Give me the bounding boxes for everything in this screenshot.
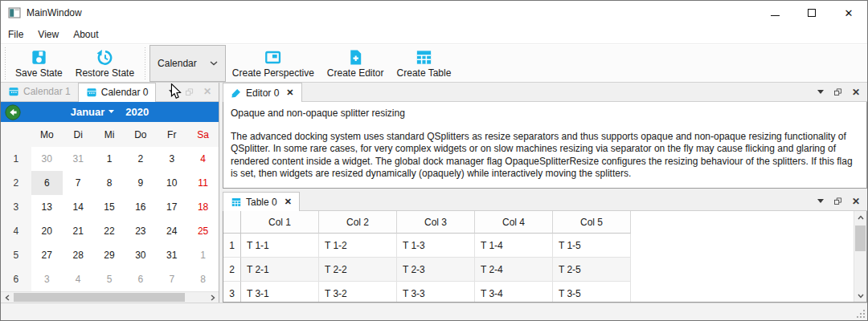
table-column-header[interactable]: Col 4 bbox=[475, 211, 553, 234]
calendar-day-cell[interactable]: 9 bbox=[125, 171, 156, 195]
scrollbar-thumb[interactable] bbox=[855, 226, 866, 251]
calendar-day-cell[interactable]: 21 bbox=[63, 219, 94, 243]
create-perspective-button[interactable]: Create Perspective bbox=[226, 45, 321, 82]
table-cell[interactable]: T 3-5 bbox=[553, 282, 631, 303]
calendar-hscrollbar[interactable] bbox=[1, 291, 219, 303]
table-cell[interactable]: T 3-3 bbox=[397, 282, 475, 303]
calendar-day-cell[interactable]: 17 bbox=[156, 195, 187, 219]
calendar-day-cell[interactable]: 6 bbox=[125, 267, 156, 291]
tab-calendar-1[interactable]: Calendar 1 bbox=[1, 83, 78, 101]
calendar-day-cell[interactable]: 27 bbox=[31, 243, 63, 267]
table-column-header[interactable]: Col 5 bbox=[553, 211, 631, 234]
calendar-day-cell[interactable]: 1 bbox=[187, 243, 219, 267]
calendar-day-cell[interactable]: 13 bbox=[31, 195, 63, 219]
table-cell[interactable]: T 2-3 bbox=[397, 258, 475, 282]
calendar-day-cell[interactable]: 29 bbox=[94, 243, 125, 267]
calendar-day-cell[interactable]: 7 bbox=[63, 171, 94, 195]
editor-content[interactable]: Opaque and non-opaque splitter resizing … bbox=[223, 102, 867, 189]
dock-close-button[interactable]: ✕ bbox=[852, 197, 860, 206]
table-column-header[interactable]: Col 1 bbox=[241, 211, 319, 234]
table-vscrollbar[interactable] bbox=[854, 211, 866, 302]
calendar-day-cell[interactable]: 30 bbox=[31, 147, 63, 171]
calendar-day-cell[interactable]: 24 bbox=[156, 219, 187, 243]
calendar-day-cell[interactable]: 3 bbox=[31, 267, 63, 291]
menu-file[interactable]: File bbox=[1, 25, 31, 43]
minimize-button[interactable] bbox=[756, 1, 793, 25]
calendar-day-cell[interactable]: 31 bbox=[156, 243, 187, 267]
save-state-button[interactable]: Save State bbox=[9, 45, 69, 82]
perspective-dropdown[interactable]: Calendar bbox=[149, 45, 226, 82]
calendar-day-cell[interactable]: 22 bbox=[94, 219, 125, 243]
dock-close-button[interactable]: ✕ bbox=[203, 87, 211, 96]
scroll-down-button[interactable] bbox=[854, 290, 866, 302]
tab-table-0[interactable]: Table 0 ✕ bbox=[223, 192, 300, 211]
calendar-year-button[interactable]: 2020 bbox=[125, 106, 149, 118]
dock-menu-button[interactable] bbox=[817, 199, 824, 203]
dock-float-button[interactable] bbox=[184, 87, 194, 97]
table-cell[interactable]: T 2-1 bbox=[241, 258, 319, 282]
menu-view[interactable]: View bbox=[31, 25, 66, 43]
calendar-day-cell[interactable]: 20 bbox=[31, 219, 63, 243]
scroll-left-button[interactable] bbox=[1, 292, 13, 303]
calendar-day-cell[interactable]: 10 bbox=[156, 171, 187, 195]
restore-state-button[interactable]: Restore State bbox=[69, 45, 141, 82]
menu-about[interactable]: About bbox=[66, 25, 105, 43]
table-column-header[interactable]: Col 2 bbox=[319, 211, 397, 234]
calendar-prev-month-button[interactable] bbox=[5, 104, 21, 120]
calendar-day-cell[interactable]: 6 bbox=[31, 171, 63, 195]
calendar-day-cell[interactable]: 4 bbox=[187, 147, 219, 171]
table-cell[interactable]: T 1-2 bbox=[319, 234, 397, 258]
table-cell[interactable]: T 1-4 bbox=[475, 234, 553, 258]
calendar-day-cell[interactable]: 8 bbox=[187, 267, 219, 291]
scroll-right-button[interactable] bbox=[207, 292, 219, 303]
table-cell[interactable]: T 3-2 bbox=[319, 282, 397, 303]
calendar-grid: MoDiMiDoFrSa 130311234267891011313141516… bbox=[1, 122, 219, 291]
table-cell[interactable]: T 2-2 bbox=[319, 258, 397, 282]
calendar-day-cell[interactable]: 25 bbox=[187, 219, 219, 243]
table-column-header[interactable]: Col 3 bbox=[397, 211, 475, 234]
table-cell[interactable]: T 1-1 bbox=[241, 234, 319, 258]
calendar-day-cell[interactable]: 2 bbox=[125, 147, 156, 171]
table-row-header[interactable]: 2 bbox=[223, 258, 241, 282]
table-cell[interactable]: T 1-3 bbox=[397, 234, 475, 258]
calendar-day-cell[interactable]: 4 bbox=[63, 267, 94, 291]
table-cell[interactable]: T 2-5 bbox=[553, 258, 631, 282]
calendar-day-cell[interactable]: 1 bbox=[94, 147, 125, 171]
size-grip-icon[interactable] bbox=[855, 308, 866, 319]
tab-editor-0[interactable]: Editor 0 ✕ bbox=[223, 83, 302, 102]
tab-calendar-0[interactable]: Calendar 0 bbox=[78, 83, 157, 102]
calendar-day-cell[interactable]: 16 bbox=[125, 195, 156, 219]
dock-close-button[interactable]: ✕ bbox=[852, 87, 860, 97]
tab-close-icon[interactable]: ✕ bbox=[286, 87, 293, 98]
dock-menu-button[interactable] bbox=[817, 90, 824, 94]
calendar-day-cell[interactable]: 3 bbox=[156, 147, 187, 171]
scroll-up-button[interactable] bbox=[854, 211, 866, 223]
create-editor-button[interactable]: Create Editor bbox=[321, 45, 391, 82]
table-cell[interactable]: T 3-1 bbox=[241, 282, 319, 303]
table-cell[interactable]: T 3-4 bbox=[475, 282, 553, 303]
calendar-day-cell[interactable]: 23 bbox=[125, 219, 156, 243]
calendar-day-cell[interactable]: 5 bbox=[94, 267, 125, 291]
dock-float-button[interactable] bbox=[833, 196, 843, 206]
close-button[interactable]: ✕ bbox=[830, 1, 867, 25]
calendar-day-cell[interactable]: 31 bbox=[63, 147, 94, 171]
calendar-day-cell[interactable]: 15 bbox=[94, 195, 125, 219]
calendar-day-cell[interactable]: 14 bbox=[63, 195, 94, 219]
scrollbar-thumb[interactable] bbox=[14, 293, 185, 302]
table-row-header[interactable]: 3 bbox=[223, 282, 241, 303]
toolbar-drag-handle[interactable] bbox=[3, 47, 7, 79]
tab-close-icon[interactable]: ✕ bbox=[285, 197, 292, 207]
calendar-day-cell[interactable]: 28 bbox=[63, 243, 94, 267]
calendar-day-cell[interactable]: 18 bbox=[187, 195, 219, 219]
maximize-button[interactable] bbox=[793, 1, 830, 25]
create-table-button[interactable]: Create Table bbox=[391, 45, 458, 82]
calendar-day-cell[interactable]: 30 bbox=[125, 243, 156, 267]
dock-float-button[interactable] bbox=[833, 87, 843, 97]
table-row-header[interactable]: 1 bbox=[223, 234, 241, 258]
table-cell[interactable]: T 1-5 bbox=[553, 234, 631, 258]
calendar-month-button[interactable]: Januar bbox=[71, 106, 105, 118]
table-cell[interactable]: T 2-4 bbox=[475, 258, 553, 282]
calendar-day-cell[interactable]: 8 bbox=[94, 171, 125, 195]
calendar-day-cell[interactable]: 11 bbox=[187, 171, 219, 195]
calendar-day-cell[interactable]: 7 bbox=[156, 267, 187, 291]
